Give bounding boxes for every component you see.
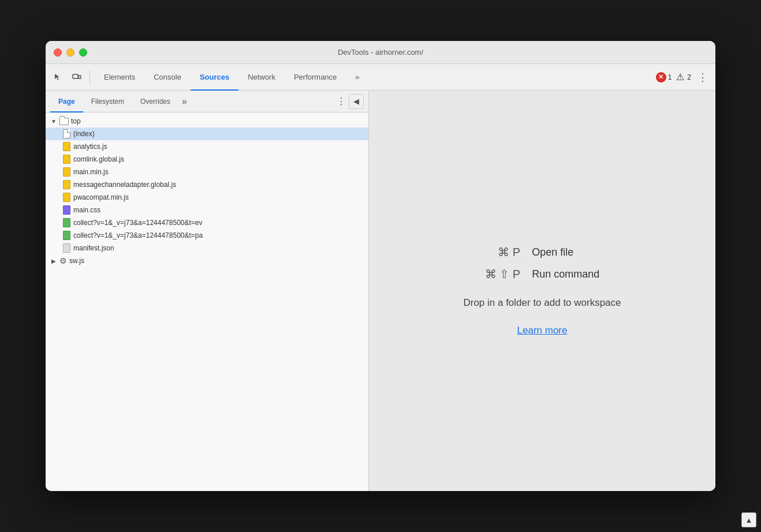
tree-label-comlink: comlink.global.js [73,155,124,163]
gear-icon-sw: ⚙ [59,256,67,265]
tab-sources[interactable]: Sources [191,64,238,91]
toolbar: Elements Console Sources Network Perform… [46,64,715,91]
expand-arrow-sw: ▶ [50,257,57,264]
title-bar: DevTools - airhorner.com/ [46,41,715,64]
shortcut2-label: Run command [532,268,599,280]
tab-nav: Elements Console Sources Network Perform… [95,64,654,91]
sub-tabs: Page Filesystem Overrides » ⋮ ◀ [46,91,368,113]
error-badge[interactable]: ✕ 1 [656,72,672,83]
tree-label-top: top [71,117,81,125]
svg-rect-0 [73,74,78,78]
file-tree: ▼ top (index) [46,113,368,491]
error-icon: ✕ [656,72,666,83]
tree-item-main-css[interactable]: main.css [46,204,368,216]
tree-item-comlink[interactable]: comlink.global.js [46,153,368,166]
window-title: DevTools - airhorner.com/ [338,48,423,57]
sub-tabs-more-button[interactable]: » [178,96,191,107]
tree-label-analytics: analytics.js [73,143,107,151]
tree-item-msgchannel[interactable]: messagechanneladapter.global.js [46,178,368,191]
tree-item-collect2[interactable]: collect?v=1&_v=j73&a=1244478500&t=pa [46,229,368,242]
warning-badge[interactable]: ⚠ 2 [675,72,691,83]
devtools-window: DevTools - airhorner.com/ Elements Conso… [46,41,715,491]
tree-label-index: (index) [73,130,95,138]
tree-label-main-css: main.css [73,206,100,214]
shortcut1-keys: ⌘ P [485,245,520,259]
file-icon-analytics [62,141,71,152]
file-icon-pwacompat [62,192,71,203]
cursor-icon [54,73,63,82]
tree-item-manifest[interactable]: manifest.json [46,242,368,254]
shortcut1-label: Open file [532,246,599,258]
main-content: Page Filesystem Overrides » ⋮ ◀ [46,91,715,491]
warning-icon: ⚠ [675,72,685,83]
file-icon-main-css [62,205,71,215]
left-panel: Page Filesystem Overrides » ⋮ ◀ [46,91,369,491]
file-icon-collect1 [62,218,71,228]
tab-network[interactable]: Network [238,64,285,91]
tree-item-sw[interactable]: ▶ ⚙ sw.js [46,254,368,267]
svg-rect-1 [79,76,81,78]
tree-item-pwacompat[interactable]: pwacompat.min.js [46,191,368,204]
tab-performance[interactable]: Performance [285,64,346,91]
file-icon-index [62,129,71,139]
toolbar-right: ✕ 1 ⚠ 2 ⋮ [656,69,711,85]
traffic-lights [54,48,87,57]
inspect-element-button[interactable] [50,69,66,85]
right-panel: ⌘ P Open file ⌘ ⇧ P Run command Drop in … [369,91,715,491]
file-icon-comlink [62,154,71,164]
minimize-button[interactable] [66,48,74,57]
tree-label-collect2: collect?v=1&_v=j73&a=1244478500&t=pa [73,231,203,239]
tree-label-collect1: collect?v=1&_v=j73&a=1244478500&t=ev [73,219,203,227]
file-icon-manifest [62,243,71,253]
toolbar-divider [89,70,90,84]
shortcut-grid: ⌘ P Open file ⌘ ⇧ P Run command [485,245,600,281]
toolbar-menu-button[interactable]: ⋮ [695,69,711,85]
device-toggle-button[interactable] [69,69,85,85]
learn-more-link[interactable]: Learn more [517,325,568,336]
tree-label-msgchannel: messagechanneladapter.global.js [73,181,176,189]
tree-item-top[interactable]: ▼ top [46,115,368,128]
collapse-panel-button[interactable]: ◀ [349,94,364,109]
sub-tab-overrides[interactable]: Overrides [132,91,178,113]
sub-tab-filesystem[interactable]: Filesystem [83,91,132,113]
tab-elements[interactable]: Elements [95,64,144,91]
file-icon-msgchannel [62,179,71,190]
tree-item-main-min[interactable]: main.min.js [46,166,368,178]
file-icon-main-min [62,167,71,177]
device-icon [72,73,81,82]
tree-label-sw: sw.js [69,257,84,265]
close-button[interactable] [54,48,62,57]
tree-item-index[interactable]: (index) [46,128,368,140]
maximize-button[interactable] [79,48,87,57]
tree-label-pwacompat: pwacompat.min.js [73,193,129,201]
tree-label-main-min: main.min.js [73,168,109,176]
tab-more[interactable]: » [346,64,368,91]
folder-icon-top [59,116,69,126]
sub-tab-page[interactable]: Page [50,91,83,113]
drop-text: Drop in a folder to add to workspace [463,297,621,309]
sub-tabs-kebab-button[interactable]: ⋮ [334,94,349,109]
tree-item-collect1[interactable]: collect?v=1&_v=j73&a=1244478500&t=ev [46,216,368,229]
tree-item-analytics[interactable]: analytics.js [46,140,368,153]
tab-console[interactable]: Console [144,64,191,91]
tree-label-manifest: manifest.json [73,244,114,252]
file-icon-collect2 [62,230,71,241]
expand-arrow-top: ▼ [50,118,57,125]
shortcut2-keys: ⌘ ⇧ P [485,267,520,281]
